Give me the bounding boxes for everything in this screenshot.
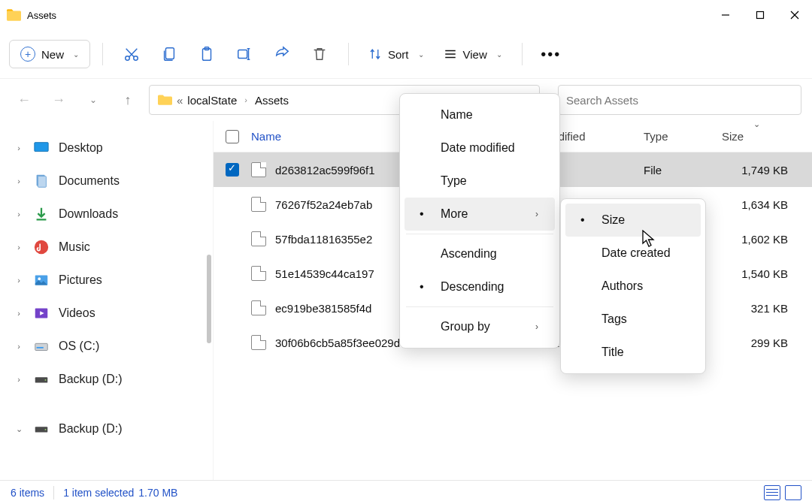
separator xyxy=(406,306,553,307)
drive-icon xyxy=(33,371,50,388)
paste-button[interactable] xyxy=(190,39,223,69)
more-menu-authors[interactable]: Authors xyxy=(565,270,701,303)
bullet-icon: • xyxy=(580,213,585,227)
sort-button[interactable]: Sort ⌄ xyxy=(361,39,432,69)
sidebar-item-documents[interactable]: ›Documents xyxy=(5,164,208,198)
svg-rect-13 xyxy=(35,143,48,152)
file-size: 1,634 KB xyxy=(722,198,812,211)
sort-menu-groupby[interactable]: Group by› xyxy=(404,310,555,343)
sidebar-item-music[interactable]: ›Music xyxy=(5,231,208,264)
status-count: 6 items xyxy=(11,487,44,499)
sidebar-item-downloads[interactable]: ›Downloads xyxy=(5,198,208,231)
separator xyxy=(522,43,523,65)
view-label: View xyxy=(463,48,487,61)
file-name: ec919be381585f4d xyxy=(275,302,371,315)
forward-button[interactable]: → xyxy=(45,86,72,113)
folder-icon xyxy=(6,8,21,23)
chevron-down-icon: ⌄ xyxy=(496,50,502,59)
sort-menu-descending[interactable]: •Descending xyxy=(404,270,555,303)
pictures-icon xyxy=(33,272,50,288)
svg-rect-6 xyxy=(165,48,174,59)
music-icon xyxy=(33,239,50,255)
details-view-button[interactable] xyxy=(764,485,780,500)
file-name: 76267f52a24eb7ab xyxy=(275,198,372,211)
file-icon xyxy=(251,197,266,212)
sidebar-label: Documents xyxy=(59,174,120,188)
sidebar-label: Pictures xyxy=(59,273,102,287)
nav-pane: ›Desktop ›Documents ›Downloads ›Music ›P… xyxy=(0,121,213,480)
column-size[interactable]: Size⌄ xyxy=(722,130,812,143)
copy-button[interactable] xyxy=(153,39,186,69)
more-menu-date-created[interactable]: Date created xyxy=(565,237,701,270)
more-menu-size[interactable]: •Size xyxy=(565,204,701,237)
thumbnails-view-button[interactable] xyxy=(785,485,801,500)
file-icon xyxy=(251,231,266,246)
minimize-button[interactable] xyxy=(708,0,743,30)
file-icon xyxy=(251,162,266,177)
back-button[interactable]: ← xyxy=(11,86,38,113)
search-input[interactable]: Search Assets xyxy=(558,85,801,115)
sort-menu-ascending[interactable]: Ascending xyxy=(404,237,555,270)
file-icon xyxy=(251,266,266,281)
status-size: 1.70 MB xyxy=(138,487,177,499)
svg-point-19 xyxy=(38,277,41,280)
more-menu-title[interactable]: Title xyxy=(565,336,701,369)
more-menu-tags[interactable]: Tags xyxy=(565,303,701,336)
up-button[interactable]: ↑ xyxy=(114,86,141,113)
separator xyxy=(102,43,103,65)
sidebar-label: Music xyxy=(59,240,90,254)
cut-button[interactable] xyxy=(115,39,148,69)
view-button[interactable]: View ⌄ xyxy=(436,39,510,69)
maximize-button[interactable] xyxy=(743,0,777,30)
svg-point-26 xyxy=(45,429,47,430)
sidebar-item-backup-d[interactable]: ›Backup (D:) xyxy=(5,363,208,396)
select-all-checkbox[interactable] xyxy=(214,130,251,143)
file-size: 1,602 KB xyxy=(722,233,812,246)
plus-circle-icon: + xyxy=(20,47,35,62)
documents-icon xyxy=(33,173,50,189)
delete-button[interactable] xyxy=(303,39,336,69)
rename-button[interactable] xyxy=(228,39,261,69)
sort-menu-name[interactable]: Name xyxy=(404,98,555,131)
svg-point-17 xyxy=(35,240,48,254)
sort-menu-more[interactable]: •More› xyxy=(404,198,555,231)
sidebar-item-pictures[interactable]: ›Pictures xyxy=(5,264,208,297)
sidebar-item-os-c[interactable]: ›OS (C:) xyxy=(5,330,208,363)
sidebar-item-backup-d-expanded[interactable]: ⌄Backup (D:) xyxy=(5,412,208,445)
svg-rect-1 xyxy=(757,12,764,19)
row-checkbox[interactable] xyxy=(214,163,251,177)
close-button[interactable] xyxy=(777,0,812,30)
sort-label: Sort xyxy=(388,48,409,61)
bullet-icon: • xyxy=(420,207,424,221)
file-name: d263812ac599f96f1 xyxy=(275,164,375,177)
share-button[interactable] xyxy=(265,39,298,69)
window-title: Assets xyxy=(27,10,708,21)
breadcrumb-item[interactable]: localState xyxy=(187,94,237,107)
separator xyxy=(348,43,349,65)
sort-menu: Name Date modified Type •More› Ascending… xyxy=(399,93,560,349)
file-type: File xyxy=(644,164,722,177)
svg-point-24 xyxy=(45,379,47,381)
sidebar-label: Videos xyxy=(59,306,95,320)
chevron-right-icon: › xyxy=(513,209,538,219)
status-selected: 1 item selected xyxy=(63,487,134,499)
file-size: 1,749 KB xyxy=(722,164,812,177)
sidebar-label: Desktop xyxy=(59,141,103,155)
sort-indicator-icon: ⌄ xyxy=(753,119,760,129)
sidebar-label: OS (C:) xyxy=(59,340,99,353)
sidebar-item-desktop[interactable]: ›Desktop xyxy=(5,131,208,164)
desktop-icon xyxy=(33,140,50,156)
column-type[interactable]: Type xyxy=(644,130,722,143)
file-name: 57fbda11816355e2 xyxy=(275,233,372,246)
chevron-down-icon[interactable]: ⌄ xyxy=(80,86,107,113)
file-size: 1,540 KB xyxy=(722,267,812,280)
sidebar-item-videos[interactable]: ›Videos xyxy=(5,297,208,330)
sort-menu-date[interactable]: Date modified xyxy=(404,131,555,164)
breadcrumb-item[interactable]: Assets xyxy=(255,94,289,107)
chevron-right-icon: › xyxy=(513,321,538,332)
svg-point-5 xyxy=(134,56,138,61)
more-button[interactable]: ••• xyxy=(535,39,568,69)
new-button[interactable]: + New ⌄ xyxy=(9,40,90,68)
sort-menu-type[interactable]: Type xyxy=(404,164,555,198)
file-size: 321 KB xyxy=(722,302,812,315)
